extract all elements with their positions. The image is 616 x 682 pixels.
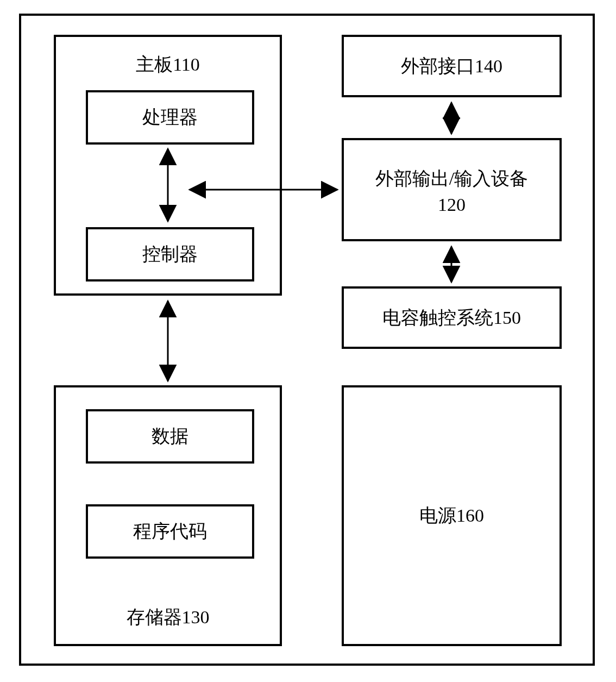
memory-block: 数据 程序代码 存储器130 (54, 385, 282, 646)
motherboard-label: 主板110 (56, 52, 280, 77)
ext-interface-block: 外部接口140 (342, 35, 562, 97)
program-code-block: 程序代码 (86, 504, 254, 559)
controller-block: 控制器 (86, 227, 254, 281)
motherboard-block: 主板110 处理器 控制器 (54, 35, 282, 296)
power-block: 电源160 (342, 385, 562, 646)
touch-system-block: 电容触控系统150 (342, 286, 562, 349)
power-label: 电源160 (419, 503, 484, 528)
controller-label: 控制器 (142, 242, 198, 267)
touch-system-label: 电容触控系统150 (382, 305, 521, 330)
processor-block: 处理器 (86, 90, 254, 145)
io-device-block: 外部输出/输入设备 120 (342, 138, 562, 241)
data-block: 数据 (86, 409, 254, 464)
io-device-label-line1: 外部输出/输入设备 (344, 166, 560, 191)
memory-label: 存储器130 (56, 605, 280, 630)
diagram-stage: 主板110 处理器 控制器 外部接口140 外部输出/输入设备 120 电容触控… (0, 0, 616, 682)
ext-interface-label: 外部接口140 (401, 54, 502, 79)
processor-label: 处理器 (142, 105, 198, 130)
program-code-label: 程序代码 (133, 519, 207, 544)
data-label: 数据 (152, 424, 188, 449)
io-device-label-line2: 120 (344, 195, 560, 215)
outer-frame: 主板110 处理器 控制器 外部接口140 外部输出/输入设备 120 电容触控… (19, 14, 595, 666)
